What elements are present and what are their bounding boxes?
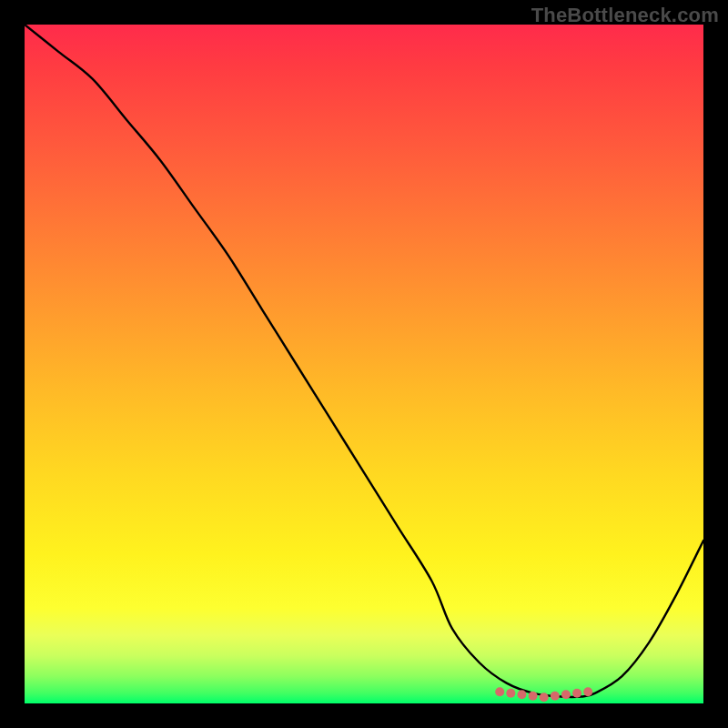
flat-zone-dot [572,689,581,698]
flat-zone-dot [561,690,571,699]
flat-zone-dots [495,687,592,702]
flat-zone-dot [540,693,549,702]
curve-path [25,25,703,697]
chart-frame: TheBottleneck.com [0,0,728,728]
flat-zone-dot [495,687,504,696]
plot-area [25,25,703,703]
flat-zone-dot [551,692,560,701]
flat-zone-dot [583,687,592,696]
flat-zone-dot [529,692,538,701]
flat-zone-dot [517,690,526,699]
flat-zone-dot [506,689,515,698]
bottleneck-curve [25,25,703,703]
